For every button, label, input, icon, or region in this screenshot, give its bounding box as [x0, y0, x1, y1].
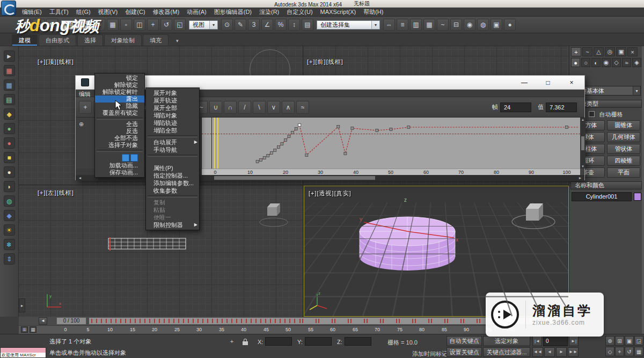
- rendered-frame-window-icon[interactable]: ▣: [491, 19, 502, 31]
- maxscript-text[interactable]: 欢迎使用 MAXScr: [1, 353, 46, 357]
- panel-expand-arrow[interactable]: ▸: [19, 298, 25, 312]
- yellow-box-icon[interactable]: ■: [4, 152, 15, 163]
- curve-editor-icon[interactable]: ~: [437, 19, 449, 31]
- egg-icon[interactable]: ●: [4, 166, 15, 178]
- menu-item[interactable]: 加载动画...: [95, 162, 144, 169]
- tube-button[interactable]: 管状体: [607, 144, 640, 154]
- viewcube[interactable]: [259, 198, 289, 230]
- menu-item[interactable]: 工具(T): [46, 8, 72, 17]
- use-center-icon[interactable]: ⊙: [221, 19, 233, 31]
- cylinder-side-wireframe[interactable]: [106, 236, 188, 252]
- ribbon-tab[interactable]: 填充: [143, 34, 169, 46]
- helpers-category-icon[interactable]: ◇: [612, 58, 621, 67]
- move-keys-icon[interactable]: +: [79, 101, 92, 114]
- blue-grid-icon[interactable]: ▦: [4, 79, 15, 91]
- grid-toggle-icon[interactable]: ⊞: [21, 326, 28, 333]
- current-frame-field[interactable]: 0: [543, 336, 568, 346]
- window-crossing-icon[interactable]: ◫: [134, 19, 145, 31]
- scroll-left-icon[interactable]: ◄: [77, 176, 83, 180]
- isolate-selection-icon[interactable]: +: [228, 337, 236, 346]
- selection-lock-icon[interactable]: [243, 341, 248, 345]
- graphite-ribbon-icon[interactable]: ▦: [423, 19, 435, 31]
- menu-item[interactable]: 塌陷对象: [146, 112, 199, 119]
- menu-item[interactable]: 指定控制器...: [146, 172, 199, 179]
- red-sphere-icon[interactable]: ●: [4, 137, 15, 149]
- scroll-right-icon[interactable]: ►: [577, 176, 583, 180]
- navy-tool-icon[interactable]: ◆: [4, 210, 15, 221]
- tangent-step-icon[interactable]: ∨: [267, 101, 280, 114]
- menu-item[interactable]: 自动展开▶: [146, 138, 199, 146]
- menu-item[interactable]: 属性(P): [146, 164, 199, 172]
- blue-arrows-icon[interactable]: ⇕: [4, 253, 15, 265]
- object-name-field[interactable]: Cylinder001: [572, 192, 632, 201]
- named-selection-set-combo[interactable]: 创建选择集 ▾: [317, 20, 380, 30]
- scroll-down-icon[interactable]: ▼: [581, 165, 584, 168]
- zoom-extents-all-icon[interactable]: ◲: [634, 336, 643, 346]
- menu-item[interactable]: 自定义(U): [283, 8, 316, 17]
- percent-snap-icon[interactable]: %: [275, 19, 287, 31]
- menu-item[interactable]: 保存动画...: [95, 169, 144, 176]
- menu-item[interactable]: 添加编辑参数...: [146, 179, 199, 187]
- maxscript-macro-row[interactable]: [1, 348, 46, 353]
- menu-item[interactable]: 复制: [146, 199, 199, 206]
- previous-frame-button[interactable]: ◄: [39, 317, 47, 325]
- menu-item[interactable]: 渲染(R): [255, 8, 283, 17]
- shapes-category-icon[interactable]: ○: [581, 58, 590, 67]
- viewport-label[interactable]: [+][前][线框]: [307, 58, 343, 66]
- systems-category-icon[interactable]: ◈: [632, 58, 641, 67]
- menu-item[interactable]: 解除锁定: [95, 82, 144, 89]
- tangent-flat-icon[interactable]: ≈: [296, 101, 309, 114]
- set-key-button[interactable]: 设置关键点: [447, 347, 482, 357]
- value-value-field[interactable]: 7.362: [546, 103, 577, 112]
- select-and-scale-icon[interactable]: ◱: [174, 19, 186, 31]
- menu-item[interactable]: 塌陷轨迹: [146, 119, 199, 127]
- cameras-category-icon[interactable]: ◉: [602, 58, 611, 67]
- ribbon-collapse-icon[interactable]: ▾: [173, 36, 182, 46]
- key-filters-button[interactable]: 关键点过滤器...: [483, 347, 530, 357]
- maxscript-mini-listener[interactable]: 欢迎使用 MAXScr: [0, 347, 46, 358]
- mirror-icon[interactable]: ⇔: [383, 19, 395, 31]
- tangent-linear-in-icon[interactable]: /: [238, 101, 251, 114]
- menu-item[interactable]: 粘贴: [146, 206, 199, 214]
- teal-tool-icon[interactable]: ◍: [4, 195, 15, 207]
- align-icon[interactable]: ≡: [397, 19, 408, 31]
- time-slider-line[interactable]: [214, 118, 215, 169]
- snap-toggle-icon[interactable]: 3: [248, 19, 260, 31]
- go-to-start-button[interactable]: |◄: [532, 336, 542, 346]
- name-color-rollout[interactable]: 名称和颜色: [570, 181, 642, 189]
- play-button[interactable]: ►: [556, 347, 567, 357]
- selection-region-icon[interactable]: ▫: [120, 19, 132, 31]
- minimize-button[interactable]: —: [517, 78, 532, 87]
- select-and-rotate-icon[interactable]: ↺: [160, 19, 172, 31]
- hierarchy-tab-icon[interactable]: △: [594, 47, 604, 56]
- menu-item[interactable]: 手动导航: [146, 146, 199, 154]
- select-cursor-icon[interactable]: ►: [4, 50, 15, 62]
- time-slider-line[interactable]: [217, 118, 218, 169]
- frame-value-field[interactable]: 24: [500, 103, 531, 112]
- curve-editor-area[interactable]: [202, 118, 580, 169]
- zoom-icon[interactable]: ⊕: [605, 336, 614, 346]
- green-sphere-icon[interactable]: ●: [4, 123, 15, 134]
- menu-item[interactable]: [97, 118, 143, 120]
- go-to-end-button[interactable]: ►|: [569, 336, 579, 346]
- angle-snap-icon[interactable]: ∠: [261, 19, 273, 31]
- menu-item[interactable]: 组(G): [72, 8, 94, 17]
- vertical-scrollbar[interactable]: ▲ ▼: [580, 118, 586, 169]
- add-time-tag[interactable]: 添加时间标记: [412, 350, 448, 358]
- menu-item[interactable]: 修改器(M): [149, 8, 184, 17]
- menu-item[interactable]: 塌陷全部: [146, 127, 199, 134]
- menu-item[interactable]: 反选: [95, 128, 144, 135]
- pyramid-button[interactable]: 四棱锥: [607, 156, 640, 166]
- modify-tab-icon[interactable]: ~: [582, 47, 592, 56]
- viewcube[interactable]: [511, 194, 557, 232]
- plane-button[interactable]: 平面: [607, 167, 640, 178]
- sun-light-icon[interactable]: ☀: [4, 224, 15, 236]
- menu-item[interactable]: [146, 158, 199, 164]
- cone-button[interactable]: 圆锥体: [607, 120, 640, 130]
- pan-icon[interactable]: +: [615, 347, 624, 356]
- animation-curve[interactable]: [202, 118, 580, 169]
- menu-item[interactable]: 创建(C): [121, 8, 149, 17]
- ribbon-tab[interactable]: 选择: [77, 34, 103, 46]
- object-color-swatch[interactable]: [634, 193, 641, 201]
- space-warps-category-icon[interactable]: ≈: [622, 58, 631, 67]
